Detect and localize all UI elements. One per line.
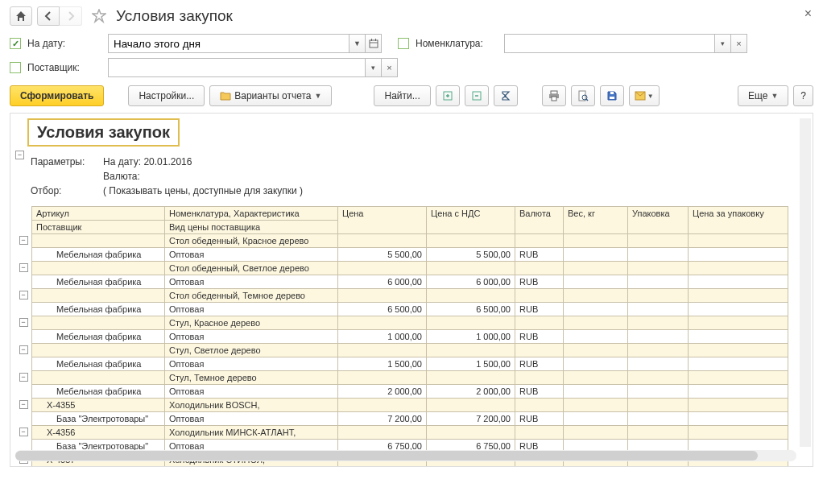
table-row[interactable]: Мебельная фабрикаОптовая1 000,001 000,00…	[32, 330, 788, 344]
table-row[interactable]: Стол обеденный, Красное дерево	[32, 234, 788, 248]
col-price-vat: Цена с НДС	[427, 207, 515, 234]
table-row[interactable]: Мебельная фабрикаОптовая1 500,001 500,00…	[32, 357, 788, 371]
arrow-left-icon	[43, 11, 53, 21]
date-calendar-button[interactable]	[366, 34, 382, 53]
nomen-dropdown-button[interactable]: ▾	[715, 34, 731, 53]
table-row[interactable]: Стул, Темное дерево	[32, 371, 788, 385]
back-button[interactable]	[37, 6, 60, 26]
date-checkbox[interactable]	[10, 38, 21, 49]
tree-collapse-toggle[interactable]: −	[19, 345, 28, 354]
tree-collapse-toggle[interactable]: −	[19, 263, 28, 272]
expand-icon	[442, 90, 453, 101]
col-price-type: Вид цены поставщика	[165, 221, 338, 234]
date-dropdown-button[interactable]: ▼	[349, 34, 366, 53]
svg-rect-8	[552, 97, 556, 101]
svg-rect-3	[375, 39, 376, 41]
table-row[interactable]: Мебельная фабрикаОптовая5 500,005 500,00…	[32, 248, 788, 262]
table-row[interactable]: База "Электротовары"Оптовая4 410,004 410…	[32, 467, 788, 468]
params-date-line: На дату: 20.01.2016	[103, 155, 192, 169]
close-button[interactable]: ×	[804, 6, 812, 21]
col-nomen: Номенклатура, Характеристика	[165, 207, 338, 221]
diskette-icon	[606, 90, 618, 101]
tree-collapse-toggle[interactable]: −	[15, 151, 24, 159]
nomen-field[interactable]	[504, 34, 715, 53]
help-button[interactable]: ?	[793, 85, 813, 106]
nomen-checkbox[interactable]	[398, 38, 409, 49]
tree-collapse-toggle[interactable]: −	[19, 428, 28, 436]
table-row[interactable]: Мебельная фабрикаОптовая6 000,006 000,00…	[32, 275, 788, 289]
forward-button[interactable]	[60, 6, 82, 26]
print-button[interactable]	[542, 85, 566, 106]
more-button[interactable]: Еще ▼	[738, 85, 788, 106]
svg-rect-12	[610, 97, 614, 99]
report-viewer: − Условия закупок Параметры: На дату: 20…	[10, 113, 813, 467]
tree-collapse-toggle[interactable]: −	[19, 291, 28, 300]
supplier-checkbox[interactable]	[10, 62, 21, 73]
svg-rect-6	[551, 91, 557, 94]
tree-collapse-toggle[interactable]: −	[19, 373, 28, 382]
tree-collapse-toggle[interactable]: −	[19, 236, 28, 245]
calendar-icon	[369, 39, 378, 48]
table-row[interactable]: Стул, Красное дерево	[32, 316, 788, 330]
find-button[interactable]: Найти...	[374, 85, 430, 106]
vertical-scrollbar[interactable]	[800, 118, 811, 447]
chevron-down-icon: ▼	[315, 92, 322, 100]
svg-rect-9	[579, 91, 585, 101]
col-pack: Упаковка	[628, 207, 689, 234]
col-currency: Валюта	[515, 207, 564, 234]
svg-line-11	[586, 99, 588, 101]
col-pack-price: Цена за упаковку	[689, 207, 788, 234]
col-price: Цена	[338, 207, 427, 234]
report-table: Артикул Номенклатура, Характеристика Цен…	[31, 206, 788, 467]
date-label: На дату:	[27, 38, 108, 49]
favorite-star-icon[interactable]	[92, 9, 106, 23]
svg-rect-0	[370, 40, 378, 48]
scrollbar-thumb[interactable]	[15, 451, 758, 461]
table-row[interactable]: База "Электротовары"Оптовая7 200,007 200…	[32, 412, 788, 426]
table-row[interactable]: Стул, Светлое дерево	[32, 344, 788, 357]
arrow-right-icon	[66, 11, 76, 21]
col-supplier: Поставщик	[32, 221, 165, 234]
tree-collapse-toggle[interactable]: −	[19, 400, 28, 409]
save-button[interactable]	[600, 85, 624, 106]
nomen-label: Номенклатура:	[416, 38, 504, 49]
svg-rect-2	[371, 39, 372, 41]
svg-rect-13	[610, 92, 614, 94]
page-title: Условия закупок	[116, 7, 233, 25]
envelope-icon	[635, 91, 646, 101]
nomen-clear-button[interactable]: ×	[731, 34, 747, 53]
collapse-all-button[interactable]	[465, 85, 489, 106]
col-weight: Вес, кг	[564, 207, 628, 234]
filter-label: Отбор:	[31, 184, 103, 198]
home-icon	[15, 10, 27, 22]
table-row[interactable]: Стол обеденный, Темное дерево	[32, 289, 788, 303]
supplier-field[interactable]	[108, 58, 366, 77]
sigma-icon	[500, 90, 511, 101]
supplier-label: Поставщик:	[27, 62, 108, 73]
collapse-icon	[471, 90, 482, 101]
preview-button[interactable]	[571, 85, 595, 106]
params-label: Параметры:	[31, 155, 103, 169]
generate-button[interactable]: Сформировать	[10, 85, 104, 106]
table-row[interactable]: X-4356Холодильник МИНСК-АТЛАНТ,	[32, 426, 788, 440]
supplier-clear-button[interactable]: ×	[382, 58, 398, 77]
horizontal-scrollbar[interactable]	[15, 450, 796, 461]
email-button[interactable]: ▼	[629, 85, 660, 106]
chevron-down-icon: ▼	[771, 92, 778, 100]
settings-button[interactable]: Настройки...	[128, 85, 205, 106]
filter-value: ( Показывать цены, доступные для закупки…	[103, 184, 303, 198]
table-row[interactable]: Мебельная фабрикаОптовая2 000,002 000,00…	[32, 385, 788, 399]
table-row[interactable]: Мебельная фабрикаОптовая6 500,006 500,00…	[32, 303, 788, 316]
table-row[interactable]: X-4355Холодильник BOSCH,	[32, 399, 788, 412]
home-button[interactable]	[10, 6, 32, 26]
sum-button[interactable]	[494, 85, 518, 106]
report-variants-button[interactable]: Варианты отчета ▼	[209, 85, 332, 106]
table-row[interactable]: Стол обеденный, Светлое дерево	[32, 262, 788, 275]
folder-icon	[220, 91, 231, 101]
expand-all-button[interactable]	[436, 85, 460, 106]
params-currency-line: Валюта:	[103, 169, 140, 184]
date-field[interactable]	[108, 34, 349, 53]
chevron-down-icon: ▼	[647, 93, 654, 100]
tree-collapse-toggle[interactable]: −	[19, 318, 28, 327]
supplier-dropdown-button[interactable]: ▾	[366, 58, 382, 77]
